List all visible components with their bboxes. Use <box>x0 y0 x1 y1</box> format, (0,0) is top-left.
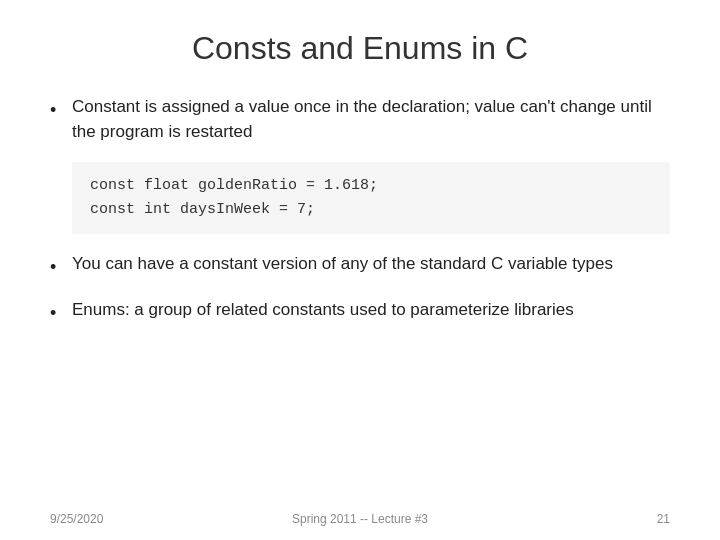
bullet-dot-1: • <box>50 97 72 123</box>
footer-center: Spring 2011 -- Lecture #3 <box>292 512 428 526</box>
code-block: const float goldenRatio = 1.618; const i… <box>72 162 670 234</box>
slide-title: Consts and Enums in C <box>50 30 670 67</box>
code-line-1: const float goldenRatio = 1.618; <box>90 174 652 198</box>
bullet-dot-2: • <box>50 254 72 280</box>
bullet-item-3: • Enums: a group of related constants us… <box>50 298 670 326</box>
bullet-item-1: • Constant is assigned a value once in t… <box>50 95 670 144</box>
slide: Consts and Enums in C • Constant is assi… <box>0 0 720 540</box>
code-line-2: const int daysInWeek = 7; <box>90 198 652 222</box>
bullet-item-2: • You can have a constant version of any… <box>50 252 670 280</box>
bullet-dot-3: • <box>50 300 72 326</box>
footer-left: 9/25/2020 <box>50 512 103 526</box>
bullet-text-1: Constant is assigned a value once in the… <box>72 95 670 144</box>
bullet-text-3: Enums: a group of related constants used… <box>72 298 670 323</box>
bullet-list: • Constant is assigned a value once in t… <box>50 95 670 326</box>
footer-right: 21 <box>657 512 670 526</box>
bullet-text-2: You can have a constant version of any o… <box>72 252 670 277</box>
footer: 9/25/2020 Spring 2011 -- Lecture #3 21 <box>50 512 670 526</box>
